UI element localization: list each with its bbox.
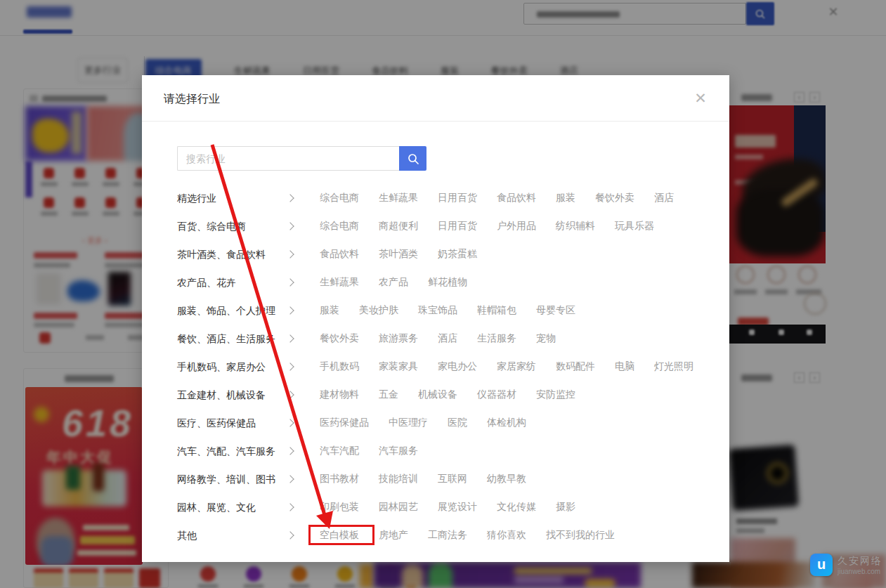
industry-tag[interactable]: 摄影: [556, 501, 575, 514]
search-icon: [407, 152, 419, 165]
industry-tag[interactable]: 商超便利: [379, 220, 418, 233]
industry-row: 其他空白模板房地产工商法务猜你喜欢找不到我的行业: [142, 521, 729, 549]
industry-tag[interactable]: 家装家具: [379, 360, 418, 373]
industry-tag[interactable]: 鞋帽箱包: [477, 304, 516, 317]
industry-tag[interactable]: 展览设计: [438, 501, 477, 514]
industry-tag[interactable]: 技能培训: [379, 473, 418, 485]
industry-row: 网络教学、培训、图书图书教材技能培训互联网幼教早教: [142, 465, 729, 493]
industry-tag[interactable]: 珠宝饰品: [418, 304, 457, 317]
industry-tag[interactable]: 家居家纺: [497, 360, 536, 373]
industry-tag[interactable]: 奶茶蛋糕: [438, 248, 477, 261]
industry-row: 精选行业综合电商生鲜蔬果日用百货食品饮料服装餐饮外卖酒店: [142, 184, 729, 212]
industry-row: 餐饮、酒店、生活服务餐饮外卖旅游票务酒店生活服务宠物: [142, 325, 729, 353]
chevron-right-icon: [286, 503, 294, 511]
chevron-right-icon: [286, 250, 294, 258]
category-label[interactable]: 百货、综合电商: [177, 212, 246, 240]
category-label[interactable]: 医疗、医药保健品: [177, 409, 256, 437]
category-label[interactable]: 汽车、汽配、汽车服务: [177, 437, 275, 465]
industry-tag[interactable]: 酒店: [438, 332, 457, 345]
industry-tag[interactable]: 安防监控: [536, 388, 575, 401]
modal-title: 请选择行业: [164, 92, 220, 107]
industry-tag[interactable]: 数码配件: [556, 360, 595, 373]
industry-tag[interactable]: 仪器器材: [477, 388, 516, 401]
industry-select-modal: 请选择行业 ✕ 精选行业综合电商生鲜蔬果日用百货食品饮料服装餐饮外卖酒店百货、综…: [142, 75, 729, 562]
tag-blank-template[interactable]: 空白模板: [320, 529, 359, 542]
industry-tag[interactable]: 玩具乐器: [615, 220, 654, 233]
industry-tag[interactable]: 综合电商: [320, 192, 359, 204]
industry-tag[interactable]: 生鲜蔬果: [320, 276, 359, 289]
chevron-right-icon: [286, 278, 294, 286]
category-label[interactable]: 茶叶酒类、食品饮料: [177, 240, 266, 268]
industry-tag[interactable]: 五金: [379, 388, 398, 401]
industry-tag[interactable]: 电脑: [615, 360, 634, 373]
industry-tag[interactable]: 体检机构: [487, 417, 526, 429]
industry-tag[interactable]: 母婴专区: [536, 304, 575, 317]
category-label[interactable]: 五金建材、机械设备: [177, 381, 266, 409]
industry-tag[interactable]: 互联网: [438, 473, 467, 485]
category-label[interactable]: 其他: [177, 521, 197, 549]
industry-tag[interactable]: 鲜花植物: [428, 276, 467, 289]
industry-tag[interactable]: 医院: [448, 417, 467, 429]
category-label[interactable]: 服装、饰品、个人护理: [177, 296, 275, 325]
chevron-right-icon: [286, 419, 294, 426]
industry-tag[interactable]: 纺织辅料: [556, 220, 595, 233]
chevron-right-icon: [286, 306, 294, 314]
industry-tag[interactable]: 生活服务: [477, 332, 516, 345]
industry-tag[interactable]: 幼教早教: [487, 473, 526, 485]
industry-tag[interactable]: 汽车服务: [379, 445, 418, 457]
industry-tag[interactable]: 工商法务: [428, 529, 467, 542]
watermark-logo-icon: u: [810, 554, 833, 576]
category-label[interactable]: 餐饮、酒店、生活服务: [177, 325, 275, 353]
category-label[interactable]: 精选行业: [177, 184, 216, 212]
chevron-right-icon: [286, 391, 294, 398]
chevron-right-icon: [286, 334, 294, 342]
industry-tag[interactable]: 园林园艺: [379, 501, 418, 514]
industry-tag[interactable]: 建材物料: [320, 388, 359, 401]
industry-tag[interactable]: 手机数码: [320, 360, 359, 373]
watermark-name: 久安网络: [838, 555, 882, 568]
industry-tag[interactable]: 食品饮料: [497, 192, 536, 204]
chevron-right-icon: [286, 362, 294, 370]
industry-tag[interactable]: 日用百货: [438, 192, 477, 204]
category-label[interactable]: 农产品、花卉: [177, 268, 236, 296]
industry-tag[interactable]: 综合电商: [320, 220, 359, 233]
industry-tag[interactable]: 中医理疗: [389, 417, 428, 429]
industry-tag[interactable]: 文化传媒: [497, 501, 536, 514]
industry-tag[interactable]: 生鲜蔬果: [379, 192, 418, 204]
modal-header: 请选择行业 ✕: [142, 75, 729, 122]
industry-tag[interactable]: 户外用品: [497, 220, 536, 233]
tag-list: 食品饮料茶叶酒类奶茶蛋糕: [320, 240, 477, 268]
industry-tag[interactable]: 找不到我的行业: [546, 529, 615, 542]
industry-tag[interactable]: 茶叶酒类: [379, 248, 418, 261]
industry-tag[interactable]: 房地产: [379, 529, 408, 542]
industry-tag[interactable]: 灯光照明: [654, 360, 693, 373]
tag-list: 餐饮外卖旅游票务酒店生活服务宠物: [320, 325, 556, 353]
industry-tag[interactable]: 宠物: [536, 332, 556, 345]
category-label[interactable]: 手机数码、家居办公: [177, 353, 266, 381]
industry-tag[interactable]: 酒店: [654, 192, 674, 204]
industry-search-input[interactable]: [177, 146, 399, 171]
industry-search: [177, 146, 426, 171]
category-label[interactable]: 网络教学、培训、图书: [177, 465, 275, 493]
tag-list: 综合电商商超便利日用百货户外用品纺织辅料玩具乐器: [320, 212, 654, 240]
industry-search-button[interactable]: [399, 146, 426, 171]
industry-tag[interactable]: 美妆护肤: [359, 304, 398, 317]
industry-tag[interactable]: 家电办公: [438, 360, 477, 373]
industry-tag[interactable]: 日用百货: [438, 220, 477, 233]
close-icon[interactable]: ✕: [691, 89, 710, 107]
chevron-right-icon: [286, 531, 294, 539]
category-label[interactable]: 园林、展览、文化: [177, 493, 256, 521]
industry-tag[interactable]: 猜你喜欢: [487, 529, 526, 542]
industry-tag[interactable]: 机械设备: [418, 388, 457, 401]
industry-tag[interactable]: 农产品: [379, 276, 408, 289]
industry-tag[interactable]: 服装: [556, 192, 575, 204]
industry-tag[interactable]: 旅游票务: [379, 332, 418, 345]
industry-tag[interactable]: 餐饮外卖: [595, 192, 634, 204]
industry-tag[interactable]: 餐饮外卖: [320, 332, 359, 345]
industry-tag[interactable]: 汽车汽配: [320, 445, 359, 457]
industry-tag[interactable]: 服装: [320, 304, 339, 317]
industry-tag[interactable]: 食品饮料: [320, 248, 359, 261]
industry-tag[interactable]: 医药保健品: [320, 417, 369, 429]
industry-tag[interactable]: 图书教材: [320, 473, 359, 485]
industry-tag[interactable]: 印刷包装: [320, 501, 359, 514]
